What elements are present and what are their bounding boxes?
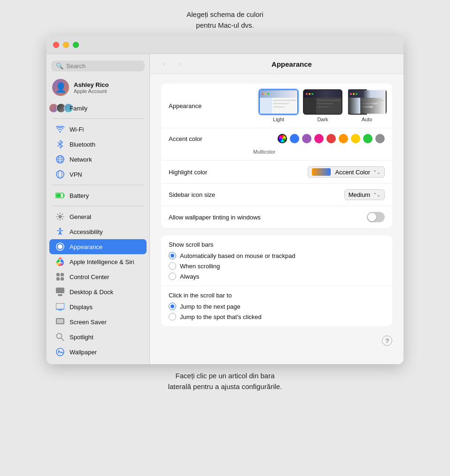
accent-red[interactable] [326,134,336,143]
sidebar-item-label: General [70,213,91,220]
dropdown-arrow-icon: ⌃⌄ [373,170,380,175]
click-scroll-bar-row: Click in the scroll bar to Jump to the n… [161,286,392,326]
displays-icon [55,302,65,312]
sidebar-item-vpn[interactable]: VPN [49,167,147,182]
wallpaper-tinting-toggle[interactable] [367,212,385,222]
click-next-page-radio[interactable] [169,303,176,310]
sidebar-item-wifi[interactable]: Wi-Fi [49,122,147,137]
appearance-label: Appearance [169,102,253,109]
sidebar-item-displays[interactable]: Displays [49,299,147,314]
content-body: Appearance [150,74,403,359]
wallpaper-tinting-value [266,212,385,222]
svg-line-27 [61,338,64,341]
sidebar: 🔍 👤 Ashley Rico Apple Account [47,54,150,364]
sidebar-item-battery[interactable]: Battery [49,188,147,203]
sidebar-item-label: Screen Saver [70,319,107,326]
accent-color-label: Accent color [169,135,253,142]
wallpaper-tinting-row: Allow wallpaper tinting in windows [161,206,392,228]
control-center-icon [55,272,65,282]
sidebar-item-label: Family [70,105,87,112]
appearance-option-auto[interactable]: Auto [347,89,387,122]
accent-green[interactable] [363,134,372,143]
svg-rect-21 [56,303,64,309]
accent-pink[interactable] [314,134,324,143]
scroll-when-scrolling-option[interactable]: When scrolling [169,262,385,270]
bluetooth-icon [55,139,65,149]
sidebar-item-label: Appearance [70,243,102,250]
main-content: ‹ › Appearance Appearance [150,54,403,364]
click-scroll-bar-options: Jump to the next page Jump to the spot t… [169,303,385,320]
svg-rect-8 [64,195,65,197]
sidebar-item-label: Network [70,156,92,163]
sidebar-item-label: Control Center [70,273,109,281]
maximize-button[interactable] [73,42,79,48]
sidebar-item-label: Apple Intelligence & Siri [70,258,134,265]
svg-rect-20 [58,294,62,296]
sidebar-icon-size-dropdown[interactable]: Medium ⌃⌄ [344,189,385,200]
search-box[interactable]: 🔍 [51,61,145,71]
scroll-auto-radio[interactable] [169,252,176,259]
accent-multicolor[interactable] [278,134,287,143]
svg-rect-25 [57,319,63,323]
forward-button[interactable]: › [174,59,185,69]
scroll-auto-option[interactable]: Automatically based on mouse or trackpad [169,252,385,259]
svg-point-11 [59,228,61,230]
sidebar-item-bluetooth[interactable]: Bluetooth [49,137,147,152]
click-scroll-bar-label: Click in the scroll bar to [169,292,385,299]
highlight-preview [312,168,331,176]
click-spot-option[interactable]: Jump to the spot that's clicked [169,313,385,320]
desktop-dock-icon [55,287,65,297]
accent-blue[interactable] [290,134,299,143]
svg-rect-16 [61,273,64,276]
family-icon [55,103,65,113]
appearance-options: Light [259,89,387,122]
sidebar-item-accessibility[interactable]: Accessibility [49,224,147,239]
sidebar-item-control-center[interactable]: Control Center [49,269,147,284]
scroll-when-scrolling-radio[interactable] [169,262,176,270]
click-spot-radio[interactable] [169,313,176,320]
accent-orange[interactable] [339,134,348,143]
highlight-color-row: Highlight color Accent Color ⌃⌄ [161,161,392,184]
spotlight-icon [55,332,65,342]
user-info: Ashley Rico Apple Account [74,81,109,94]
sidebar-icon-size-row: Sidebar icon size Medium ⌃⌄ [161,184,392,206]
svg-rect-15 [56,273,60,276]
sidebar-item-spotlight[interactable]: Spotlight [49,329,147,344]
back-button[interactable]: ‹ [159,59,170,69]
dark-thumbnail [303,89,342,115]
sidebar-item-label: Displays [70,304,93,311]
search-input[interactable] [66,62,140,70]
accent-yellow[interactable] [351,134,360,143]
accent-purple[interactable] [302,134,311,143]
close-button[interactable] [53,42,59,48]
sidebar-item-appearance[interactable]: Appearance [49,239,147,254]
svg-rect-17 [56,277,60,281]
click-next-page-option[interactable]: Jump to the next page [169,303,385,310]
highlight-color-value: Accent Color ⌃⌄ [259,166,385,178]
sidebar-item-family[interactable]: Family [49,101,147,116]
sidebar-divider-1 [52,118,144,119]
help-button[interactable]: ? [382,336,392,346]
sidebar-divider-2 [52,185,144,185]
sidebar-item-apple-intelligence[interactable]: Apple Intelligence & Siri [49,254,147,269]
sidebar-icon-size-label: Sidebar icon size [169,191,253,198]
sidebar-item-desktop-dock[interactable]: Desktop & Dock [49,284,147,299]
scroll-always-radio[interactable] [169,273,176,280]
sidebar-item-general[interactable]: General [49,209,147,224]
svg-rect-19 [56,288,64,293]
scroll-always-option[interactable]: Always [169,273,385,280]
appearance-option-dark[interactable]: Dark [303,89,342,122]
sidebar-item-network[interactable]: Network [49,152,147,167]
sidebar-item-label: Desktop & Dock [70,289,113,296]
accent-gray[interactable] [375,134,385,143]
sidebar-item-screen-saver[interactable]: Screen Saver [49,314,147,329]
page-title: Appearance [189,60,394,68]
svg-rect-18 [61,277,64,281]
minimize-button[interactable] [63,42,69,48]
appearance-option-light[interactable]: Light [259,89,298,122]
sidebar-item-wallpaper[interactable]: Wallpaper [49,344,147,359]
user-account-item[interactable]: 👤 Ashley Rico Apple Account [47,76,149,101]
highlight-color-dropdown[interactable]: Accent Color ⌃⌄ [308,166,385,178]
appearance-row: Appearance [161,84,392,128]
appearance-section: Appearance [161,84,392,228]
